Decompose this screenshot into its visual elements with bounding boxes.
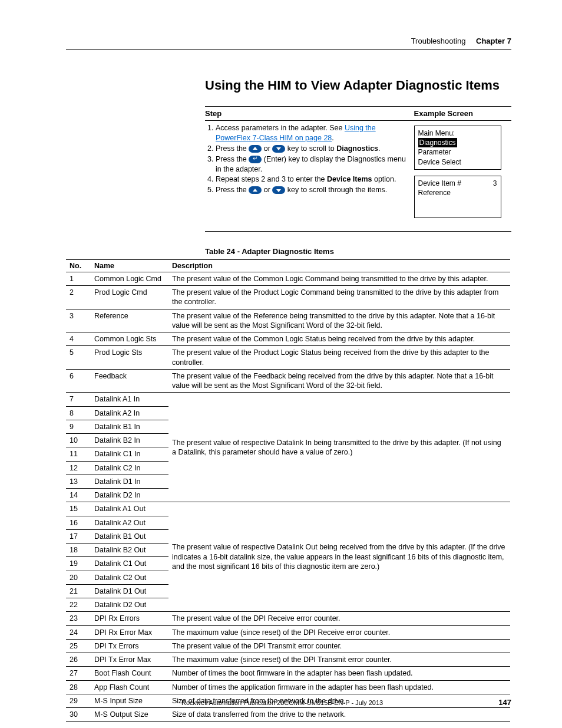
table-row: 5Prod Logic StsThe present value of the … — [66, 346, 510, 370]
lcd2-line2: Reference — [418, 188, 497, 197]
down-arrow-icon — [272, 186, 285, 194]
group-in-desc: The present value of respective Datalink… — [168, 393, 510, 502]
up-arrow-icon — [249, 145, 262, 153]
table-row: 2Prod Logic CmdThe present value of the … — [66, 286, 510, 309]
col-no: No. — [66, 259, 91, 272]
table-row: 15Datalink A1 OutThe present value of re… — [66, 502, 510, 516]
table-row: 24DPI Rx Error MaxThe maximum value (sin… — [66, 625, 510, 639]
table-row: 6FeedbackThe present value of the Feedba… — [66, 369, 510, 393]
lcd1-line4: Device Select — [418, 157, 497, 167]
step-5: Press the or key to scroll through the i… — [216, 185, 411, 195]
header-rule — [66, 49, 511, 50]
table-row: 4Common Logic StsThe present value of th… — [66, 332, 510, 346]
table-row: 23DPI Rx ErrorsThe present value of the … — [66, 612, 510, 625]
down-arrow-icon — [272, 145, 285, 153]
up-arrow-icon — [249, 186, 262, 194]
table-row: 30M-S Output SizeSize of data transferre… — [66, 708, 510, 722]
table-caption: Table 24 - Adapter Diagnostic Items — [205, 247, 511, 256]
running-head: Troubleshooting Chapter 7 — [66, 37, 511, 45]
diagnostic-table: No. Name Description 1Common Logic CmdTh… — [66, 259, 510, 722]
table-row: 28App Flash CountNumber of times the app… — [66, 680, 510, 694]
table-row: 26DPI Tx Error MaxThe maximum value (sin… — [66, 653, 510, 667]
lcd2-value: 3 — [493, 179, 497, 188]
col-desc: Description — [168, 259, 510, 272]
lcd1-line1: Main Menu: — [418, 129, 497, 138]
steps-cell: Access parameters in the adapter. See Us… — [205, 121, 414, 232]
table-row: 25DPI Tx ErrorsThe present value of the … — [66, 639, 510, 653]
example-header: Example Screen — [414, 107, 512, 121]
table-row: 27Boot Flash CountNumber of times the bo… — [66, 667, 510, 680]
lcd-screen-1: Main Menu: Diagnostics Parameter Device … — [414, 126, 501, 170]
lcd1-highlight: Diagnostics — [418, 138, 457, 147]
step-4: Repeat steps 2 and 3 to enter the Device… — [216, 174, 411, 185]
page-title: Using the HIM to View Adapter Diagnostic… — [205, 78, 511, 93]
lcd2-label: Device Item # — [418, 179, 461, 188]
table-row: 3ReferenceThe present value of the Refer… — [66, 309, 510, 332]
table-row: 7Datalink A1 InThe present value of resp… — [66, 393, 510, 406]
step-header: Step — [205, 107, 414, 121]
group-out-desc: The present value of respective Datalink… — [168, 502, 510, 612]
chapter-label: Chapter 7 — [476, 37, 511, 45]
step-2: Press the or key to scroll to Diagnostic… — [216, 144, 411, 154]
section-name: Troubleshooting — [411, 37, 466, 45]
step-table: Step Example Screen Access parameters in… — [205, 106, 511, 232]
publication-info: Rockwell Automation Publication 20COMM-U… — [66, 699, 498, 706]
enter-icon — [249, 156, 262, 163]
page-footer: Rockwell Automation Publication 20COMM-U… — [66, 698, 511, 707]
lcd-screen-2: Device Item # 3 Reference — [414, 176, 501, 218]
col-name: Name — [91, 259, 168, 272]
step-3: Press the (Enter) key to display the Dia… — [216, 154, 411, 174]
lcd1-line3: Parameter — [418, 147, 497, 157]
table-row: 1Common Logic CmdThe present value of th… — [66, 272, 510, 285]
step-1: Access parameters in the adapter. See Us… — [216, 123, 411, 143]
page-number: 147 — [498, 698, 511, 707]
example-cell: Main Menu: Diagnostics Parameter Device … — [414, 121, 512, 232]
